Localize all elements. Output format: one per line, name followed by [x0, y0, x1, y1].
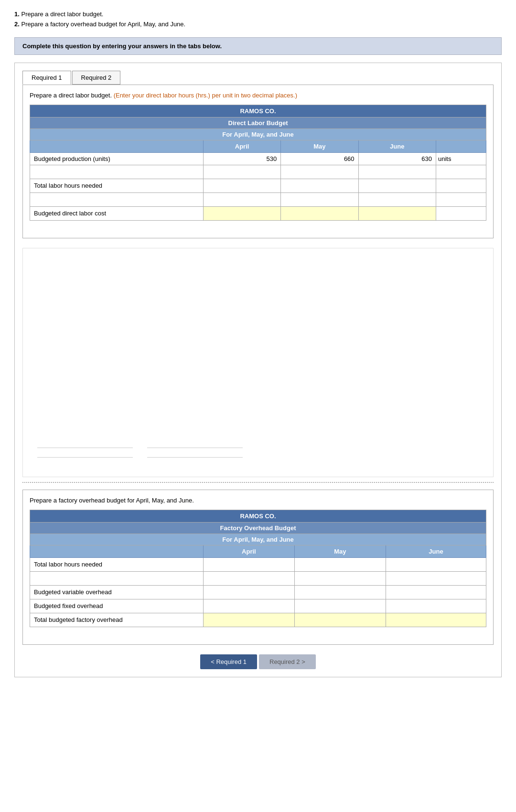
instruction-1-bold: 1. — [14, 11, 20, 18]
cell-june-2[interactable] — [358, 179, 436, 192]
cell-may-4[interactable] — [281, 206, 358, 220]
input2-may-0[interactable] — [295, 558, 386, 571]
input-may-3[interactable] — [281, 193, 358, 206]
table-row: Budgeted fixed overhead — [30, 599, 486, 613]
input-may-2[interactable] — [281, 179, 358, 192]
input2-april-2[interactable] — [204, 586, 294, 599]
input-april-1[interactable] — [204, 165, 280, 179]
cell-may-1[interactable] — [281, 165, 358, 179]
input2-april-0[interactable] — [204, 558, 294, 571]
row2-label-3: Budgeted fixed overhead — [30, 599, 204, 613]
input2-may-2[interactable] — [295, 586, 386, 599]
tab-required-1[interactable]: Required 1 — [22, 71, 71, 85]
row2-label-1 — [30, 571, 204, 585]
next-button[interactable]: Required 2 > — [259, 654, 316, 669]
input-may-1[interactable] — [281, 165, 358, 179]
cell-april-4[interactable] — [203, 206, 280, 220]
cell-suffix-3 — [436, 192, 486, 206]
input2-june-4[interactable] — [386, 613, 486, 627]
input2-april-3[interactable] — [204, 599, 294, 613]
input2-may-3[interactable] — [295, 599, 386, 613]
cell2-may-0[interactable] — [294, 557, 386, 571]
tab-required-2[interactable]: Required 2 — [72, 71, 121, 85]
table-row: Budgeted variable overhead — [30, 585, 486, 599]
col2-header-april: April — [203, 545, 294, 557]
cell2-june-3[interactable] — [386, 599, 486, 613]
row2-label-0: Total labor hours needed — [30, 557, 204, 571]
table-title-row-2: Factory Overhead Budget — [30, 522, 486, 534]
input2-june-3[interactable] — [386, 599, 486, 613]
cell2-june-1[interactable] — [386, 571, 486, 585]
page-container: 1. Prepare a direct labor budget. 2. Pre… — [0, 0, 516, 812]
input2-june-0[interactable] — [386, 558, 486, 571]
row2-label-4: Total budgeted factory overhead — [30, 613, 204, 627]
table-row: Budgeted production (units) 530 660 630 … — [30, 152, 486, 165]
col2-header-empty — [30, 545, 204, 557]
cell-april-2[interactable] — [203, 179, 280, 192]
dotted-separator — [22, 482, 494, 483]
cell-may-2[interactable] — [281, 179, 358, 192]
col2-header-may: May — [294, 545, 386, 557]
cell2-april-2[interactable] — [203, 585, 294, 599]
scroll-area — [22, 248, 494, 477]
table-title-1: RAMOS CO. — [30, 105, 486, 117]
cell-april-3[interactable] — [203, 192, 280, 206]
tabs-container: Required 1 Required 2 — [22, 71, 494, 85]
factory-overhead-budget-table: RAMOS CO. Factory Overhead Budget For Ap… — [30, 510, 486, 627]
cell2-may-2[interactable] — [294, 585, 386, 599]
prev-button[interactable]: < Required 1 — [200, 654, 257, 669]
table-row: Total labor hours needed — [30, 179, 486, 192]
col-header-april: April — [203, 140, 280, 152]
cell-june-1[interactable] — [358, 165, 436, 179]
input-june-2[interactable] — [359, 179, 436, 192]
instructions: 1. Prepare a direct labor budget. 2. Pre… — [14, 10, 502, 30]
cell2-april-3[interactable] — [203, 599, 294, 613]
cell-may-3[interactable] — [281, 192, 358, 206]
row-label-2: Total labor hours needed — [30, 179, 204, 192]
cell-june-4[interactable] — [358, 206, 436, 220]
instruction-line1: 1. Prepare a direct labor budget. — [14, 10, 502, 20]
input2-april-1[interactable] — [204, 572, 294, 585]
cell2-june-2[interactable] — [386, 585, 486, 599]
input2-june-2[interactable] — [386, 586, 486, 599]
cell-suffix-4 — [436, 206, 486, 220]
input-may-4[interactable] — [281, 207, 358, 220]
input2-june-1[interactable] — [386, 572, 486, 585]
input2-may-1[interactable] — [295, 572, 386, 585]
input2-may-4[interactable] — [295, 613, 386, 627]
cell-june-3[interactable] — [358, 192, 436, 206]
cell-suffix-2 — [436, 179, 486, 192]
cell-april-1[interactable] — [203, 165, 280, 179]
col-header-june: June — [358, 140, 436, 152]
table-title-row-3: For April, May, and June — [30, 534, 486, 545]
instruction-2-bold: 2. — [14, 21, 20, 28]
section2-content: Prepare a factory overhead budget for Ap… — [22, 490, 494, 645]
input-april-2[interactable] — [204, 179, 280, 192]
table2-title-2: Factory Overhead Budget — [30, 522, 486, 534]
cell2-may-3[interactable] — [294, 599, 386, 613]
input-june-4[interactable] — [359, 207, 436, 220]
input-april-4[interactable] — [204, 207, 280, 220]
section1-content: Prepare a direct labor budget. (Enter yo… — [22, 85, 494, 238]
cell2-may-1[interactable] — [294, 571, 386, 585]
cell2-june-0[interactable] — [386, 557, 486, 571]
table-title-2: Direct Labor Budget — [30, 117, 486, 128]
input-june-3[interactable] — [359, 193, 436, 206]
input-april-3[interactable] — [204, 193, 280, 206]
cell2-april-0[interactable] — [203, 557, 294, 571]
section2-description: Prepare a factory overhead budget for Ap… — [30, 497, 486, 504]
table-title-row-3: For April, May, and June — [30, 128, 486, 140]
col-header-may: May — [281, 140, 358, 152]
cell2-june-4[interactable] — [386, 613, 486, 627]
cell2-april-4[interactable] — [203, 613, 294, 627]
cell2-may-4[interactable] — [294, 613, 386, 627]
table2-title-1: RAMOS CO. — [30, 510, 486, 522]
cell2-april-1[interactable] — [203, 571, 294, 585]
table-title-row-1: RAMOS CO. — [30, 105, 486, 117]
table2-col-headers: April May June — [30, 545, 486, 557]
input2-april-4[interactable] — [204, 613, 294, 627]
table-row: Budgeted direct labor cost — [30, 206, 486, 220]
input-june-1[interactable] — [359, 165, 436, 179]
section1-description: Prepare a direct labor budget. (Enter yo… — [30, 92, 486, 99]
row-label-3 — [30, 192, 204, 206]
